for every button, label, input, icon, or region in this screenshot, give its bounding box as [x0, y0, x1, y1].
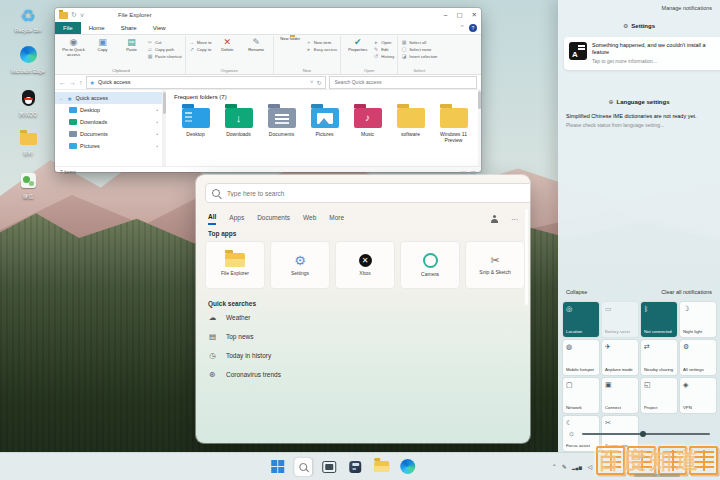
tile-nearby-sharing[interactable]: Nearby sharing [641, 340, 677, 375]
tile-all-settings[interactable]: All settings [680, 340, 716, 375]
task-view-button[interactable] [320, 458, 338, 476]
top-app-camera[interactable]: Camera [400, 241, 460, 289]
folder-tile-documents[interactable]: Documents [260, 104, 303, 143]
slider-thumb[interactable] [640, 431, 646, 437]
maximize-button[interactable] [456, 11, 462, 19]
address-dropdown-icon[interactable] [310, 79, 314, 85]
folder-tile-desktop[interactable]: Desktop [174, 104, 217, 143]
notification-card[interactable]: Something happened, and we couldn't inst… [564, 37, 720, 70]
more-options-icon[interactable]: ⋯ [511, 216, 518, 223]
tab-file[interactable]: File [55, 22, 81, 34]
tab-more[interactable]: More [329, 214, 344, 224]
manage-notifications-link[interactable]: Manage notifications [662, 5, 712, 11]
tile-project[interactable]: Project [641, 378, 677, 413]
section-header[interactable]: Frequent folders (7) [174, 94, 475, 100]
tile-location[interactable]: Location [563, 302, 599, 337]
folder-tile-pictures[interactable]: Pictures [303, 104, 346, 143]
collapse-link[interactable]: Collapse [566, 289, 587, 295]
tile-vpn[interactable]: VPN [680, 378, 716, 413]
collapse-ribbon-icon[interactable] [459, 24, 465, 32]
address-box[interactable]: Quick access [86, 76, 326, 89]
desktop-icon-edge[interactable]: Microsoft Edge [4, 46, 52, 74]
slider-track[interactable] [582, 433, 710, 435]
tab-view[interactable]: View [145, 22, 174, 34]
new-item-button[interactable]: New item [306, 39, 338, 45]
volume-icon[interactable] [587, 464, 592, 470]
minimize-button[interactable] [444, 11, 448, 19]
search-input[interactable] [225, 189, 526, 198]
chevron-down-icon[interactable] [59, 95, 64, 101]
easy-access-button[interactable]: Easy access [306, 46, 338, 52]
open-button[interactable]: Open [373, 39, 394, 45]
rename-button[interactable]: Rename [243, 37, 270, 53]
quick-search-weather[interactable]: Weather [208, 313, 281, 322]
desktop-icon-wechat[interactable]: 微信 [4, 172, 52, 199]
move-to-button[interactable]: Move to [189, 39, 212, 45]
qat-dropdown-icon[interactable] [80, 12, 84, 19]
settings-group-header[interactable]: Settings [558, 22, 720, 29]
folder-tile-downloads[interactable]: Downloads [217, 104, 260, 143]
tab-apps[interactable]: Apps [229, 214, 244, 224]
language-settings-group-header[interactable]: Language settings [558, 98, 720, 105]
sidebar-item-documents[interactable]: Documents [55, 128, 162, 140]
copy-to-button[interactable]: Copy to [189, 46, 212, 52]
folder-tile-windows11-preview[interactable]: Windows 11 Preview [432, 104, 475, 143]
sidebar-item-pictures[interactable]: Pictures [55, 140, 162, 152]
widgets-button[interactable] [346, 458, 364, 476]
notification-card[interactable]: Simplified Chinese IME dictionaries are … [566, 113, 712, 129]
delete-button[interactable]: Delete [214, 37, 241, 53]
breadcrumb[interactable]: Quick access [98, 79, 307, 85]
sidebar-item-downloads[interactable]: Downloads [55, 116, 162, 128]
network-signal-icon[interactable] [572, 464, 583, 470]
up-button[interactable] [79, 79, 83, 86]
tab-home[interactable]: Home [81, 22, 113, 34]
tile-bluetooth[interactable]: Not connected [641, 302, 677, 337]
invert-selection-button[interactable]: Invert selection [401, 53, 437, 59]
forward-button[interactable] [69, 79, 76, 86]
desktop-icon-qq[interactable]: 腾讯QQ [4, 90, 52, 117]
tile-connect[interactable]: Connect [602, 378, 638, 413]
folder-tile-music[interactable]: Music [346, 104, 389, 143]
history-button[interactable]: History [373, 53, 394, 59]
clear-all-notifications-link[interactable]: Clear all notifications [661, 289, 712, 295]
top-app-snip-sketch[interactable]: ✂ Snip & Sketch [465, 241, 525, 289]
refresh-icon[interactable] [316, 79, 321, 86]
tray-expand-icon[interactable] [552, 464, 557, 470]
refresh-icon[interactable] [71, 11, 77, 19]
top-app-settings[interactable]: ⚙ Settings [270, 241, 330, 289]
tile-battery-saver[interactable]: Battery saver [602, 302, 638, 337]
quick-search-coronavirus-trends[interactable]: Coronavirus trends [208, 370, 281, 379]
top-app-xbox[interactable]: ✕ Xbox [335, 241, 395, 289]
quick-search-today-in-history[interactable]: Today in history [208, 351, 281, 360]
help-icon[interactable] [469, 24, 477, 32]
desktop-icon-folder[interactable]: 资料 [4, 130, 52, 156]
cut-button[interactable]: Cut [147, 39, 182, 45]
start-button[interactable] [268, 458, 286, 476]
top-app-file-explorer[interactable]: File Explorer [205, 241, 265, 289]
sidebar-item-quick-access[interactable]: Quick access [55, 92, 162, 104]
select-none-button[interactable]: Select none [401, 46, 437, 52]
quick-access-toolbar[interactable] [59, 11, 84, 19]
sidebar-item-desktop[interactable]: Desktop [55, 104, 162, 116]
search-box[interactable] [205, 183, 530, 203]
back-button[interactable] [59, 79, 66, 86]
tile-night-light[interactable]: Night light [680, 302, 716, 337]
title-bar[interactable]: File Explorer [55, 8, 481, 22]
tile-airplane-mode[interactable]: Airplane mode [602, 340, 638, 375]
quick-search-top-news[interactable]: Top news [208, 332, 281, 341]
content-scrollbar[interactable] [478, 90, 481, 166]
pen-icon[interactable] [562, 464, 567, 470]
tile-network[interactable]: Network [563, 378, 599, 413]
desktop-icon-recycle-bin[interactable]: ♻ Recycle Bin [4, 8, 52, 33]
paste-button[interactable]: Paste [118, 37, 145, 53]
tab-all[interactable]: All [208, 213, 216, 225]
copy-path-button[interactable]: Copy path [147, 46, 182, 52]
explorer-search-input[interactable] [333, 78, 474, 86]
account-icon[interactable] [490, 215, 498, 223]
tab-web[interactable]: Web [303, 214, 316, 224]
taskbar-file-explorer-button[interactable] [372, 458, 390, 476]
pin-to-quick-access-button[interactable]: Pin to Quick access [60, 37, 87, 58]
tab-share[interactable]: Share [113, 22, 145, 34]
taskbar-search-button[interactable] [294, 458, 312, 476]
search-panel-scrollbar[interactable] [525, 209, 528, 305]
